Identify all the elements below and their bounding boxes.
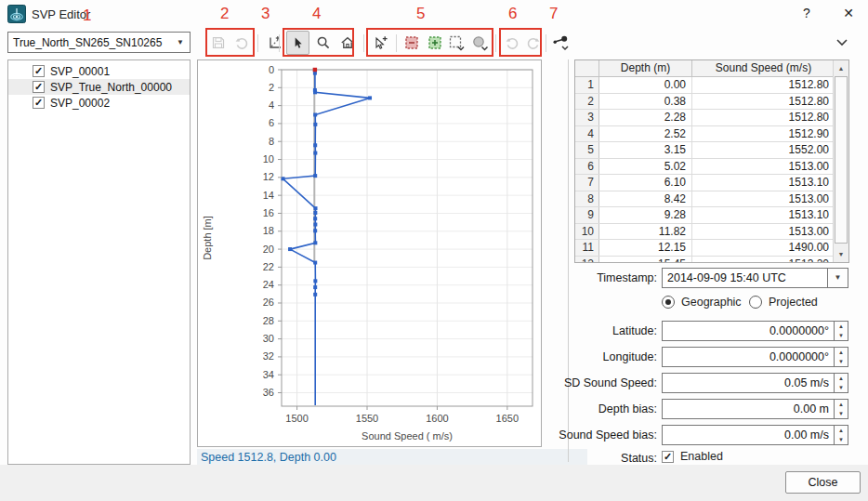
rect-select-button[interactable]: [445, 31, 468, 55]
collapse-toolbar-button[interactable]: [830, 31, 853, 55]
y-tick-label: 0: [269, 64, 274, 75]
add-selection-button[interactable]: [423, 31, 446, 55]
y-tick-label: 30: [263, 333, 274, 344]
svp-list-item[interactable]: ✓SVP_00002: [8, 95, 190, 111]
depth-cell[interactable]: 2.52: [599, 126, 692, 142]
point-size-button[interactable]: [548, 31, 574, 55]
data-point-marker[interactable]: [313, 72, 317, 75]
profile-plot-panel[interactable]: 0246810121416182022242628303234361500155…: [197, 59, 542, 447]
depth-bias-field[interactable]: 0.00 m ▲▼: [662, 399, 848, 419]
depth-cell[interactable]: 12.15: [599, 240, 692, 256]
app-sonar-icon: [7, 5, 26, 23]
circle-select-button[interactable]: [468, 31, 492, 55]
scrollbar-thumb[interactable]: [835, 76, 848, 244]
depth-cell[interactable]: 3.15: [599, 142, 692, 158]
sound-speed-cell[interactable]: 1513.10: [692, 175, 835, 191]
data-point-marker[interactable]: [313, 112, 317, 116]
depth-cell[interactable]: 6.10: [599, 175, 692, 191]
sound-speed-cell[interactable]: 1512.80: [692, 77, 835, 93]
zoom-tool-button[interactable]: [311, 31, 335, 55]
svp-editor-dialog: SVP Editor ? ✕ True_North_SN265_SN10265 …: [0, 0, 868, 501]
sound-speed-bias-stepper[interactable]: ▲▼: [835, 425, 848, 445]
data-point-marker[interactable]: [313, 143, 317, 147]
svp-checkbox[interactable]: ✓: [33, 97, 45, 109]
sound-speed-cell[interactable]: 1513.10: [692, 207, 835, 223]
depth-cell[interactable]: 5.02: [599, 159, 692, 175]
undo-edit-button[interactable]: [500, 31, 523, 55]
data-point-marker[interactable]: [313, 229, 317, 232]
scroll-down-icon[interactable]: ▼: [834, 246, 848, 262]
sd-sound-speed-field[interactable]: 0.05 m/s ▲▼: [662, 373, 848, 393]
depth-cell[interactable]: 15.45: [599, 257, 692, 264]
sound-speed-cell[interactable]: 1512.90: [692, 126, 835, 142]
data-point-marker[interactable]: [313, 293, 317, 297]
data-point-marker[interactable]: [313, 261, 317, 265]
depth-cell[interactable]: 0.38: [599, 94, 692, 110]
sound-speed-cell[interactable]: 1513.20: [692, 257, 835, 264]
sound-speed-cell[interactable]: 1513.00: [692, 224, 835, 240]
depth-cell[interactable]: 0.00: [599, 77, 692, 93]
enabled-checkbox[interactable]: ✓ Enabled: [662, 450, 723, 463]
annotation-number-2: 2: [220, 5, 229, 23]
data-point-marker[interactable]: [313, 123, 317, 126]
data-point-marker[interactable]: [282, 177, 285, 180]
svp-list-item[interactable]: ✓SVP_00001: [8, 63, 190, 79]
data-point-marker[interactable]: [313, 279, 317, 283]
data-point-marker[interactable]: [313, 217, 317, 220]
plot-status-strip: Speed 1512.8, Depth 0.00: [197, 449, 587, 466]
data-point-marker[interactable]: [313, 241, 317, 244]
latitude-stepper[interactable]: ▲▼: [835, 321, 848, 341]
data-point-marker[interactable]: [313, 152, 317, 155]
data-point-marker[interactable]: [288, 247, 292, 251]
depth-cell[interactable]: 9.28: [599, 207, 692, 223]
help-button[interactable]: ?: [796, 6, 818, 24]
revert-button[interactable]: [230, 31, 253, 55]
toolbar-separator: [363, 34, 364, 52]
geographic-radio[interactable]: Geographic: [662, 296, 742, 309]
timestamp-combobox[interactable]: 2014-09-09 15:40 UTC ▼: [662, 268, 848, 288]
sd-sound-speed-stepper[interactable]: ▲▼: [835, 373, 848, 393]
data-point-marker[interactable]: [314, 206, 318, 210]
longitude-field[interactable]: 0.0000000° ▲▼: [662, 347, 848, 367]
depth-cell[interactable]: 8.42: [599, 191, 692, 207]
depth-bias-stepper[interactable]: ▲▼: [835, 399, 848, 419]
toolbar: True_North_SN265_SN10265 ▼: [0, 28, 868, 58]
sound-speed-bias-field[interactable]: 0.00 m/s ▲▼: [662, 425, 848, 445]
svp-checkbox[interactable]: ✓: [33, 81, 45, 93]
data-point-marker[interactable]: [313, 90, 317, 94]
close-button[interactable]: Close: [785, 471, 861, 494]
pointer-tool-button[interactable]: [286, 31, 309, 55]
sound-speed-cell[interactable]: 1490.00: [692, 240, 835, 256]
projected-radio[interactable]: Projected: [749, 296, 818, 309]
svp-list-item[interactable]: ✓SVP_True_North_00000: [8, 79, 190, 95]
circle-select-icon: [472, 35, 489, 51]
redo-edit-button[interactable]: [521, 31, 545, 55]
sound-speed-cell[interactable]: 1512.80: [692, 110, 835, 125]
scroll-up-icon[interactable]: ▲: [834, 60, 848, 76]
profile-selector-combobox[interactable]: True_North_SN265_SN10265 ▼: [7, 32, 191, 53]
data-point-marker[interactable]: [313, 174, 317, 178]
highlighted-point-marker[interactable]: [313, 68, 317, 72]
data-point-marker[interactable]: [313, 223, 317, 227]
data-point-marker[interactable]: [313, 211, 317, 215]
home-view-button[interactable]: [335, 31, 359, 55]
longitude-stepper[interactable]: ▲▼: [835, 347, 848, 367]
data-point-marker[interactable]: [368, 96, 372, 99]
depth-cell[interactable]: 2.28: [599, 110, 692, 125]
data-point-marker[interactable]: [313, 285, 317, 289]
sound-speed-cell[interactable]: 1513.00: [692, 159, 835, 175]
x-tick-label: 1550: [356, 413, 378, 424]
sound-speed-cell[interactable]: 1552.00: [692, 142, 835, 158]
save-button[interactable]: [206, 31, 230, 55]
svp-checkbox[interactable]: ✓: [33, 65, 45, 77]
close-window-button[interactable]: ✕: [837, 6, 860, 24]
depth-cell[interactable]: 11.82: [599, 224, 692, 240]
latitude-field[interactable]: 0.0000000° ▲▼: [662, 321, 848, 341]
add-point-button[interactable]: [369, 31, 392, 55]
sound-speed-cell[interactable]: 1513.00: [692, 191, 835, 207]
table-scrollbar[interactable]: ▲ ▼: [833, 60, 848, 262]
sound-speed-cell[interactable]: 1512.80: [692, 94, 835, 110]
profile-plot[interactable]: 0246810121416182022242628303234361500155…: [198, 60, 541, 446]
edit-profile-button[interactable]: [263, 31, 286, 55]
remove-selection-button[interactable]: [400, 31, 423, 55]
